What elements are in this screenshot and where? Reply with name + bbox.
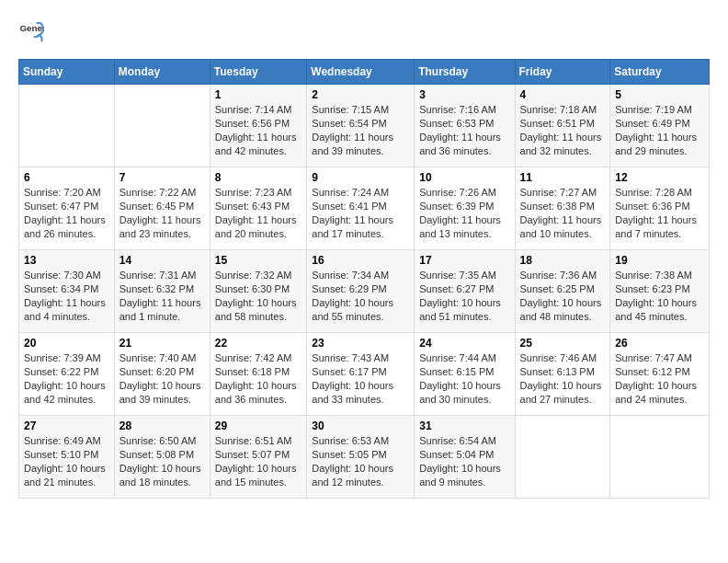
- calendar-table: SundayMondayTuesdayWednesdayThursdayFrid…: [18, 59, 710, 499]
- calendar-cell: 13Sunrise: 7:30 AMSunset: 6:34 PMDayligh…: [19, 250, 115, 333]
- logo: General: [18, 18, 48, 44]
- day-info: Sunrise: 7:44 AMSunset: 6:15 PMDaylight:…: [419, 351, 509, 406]
- day-number: 5: [615, 88, 704, 101]
- day-number: 25: [520, 337, 606, 350]
- day-number: 30: [312, 419, 409, 432]
- calendar-cell: 29Sunrise: 6:51 AMSunset: 5:07 PMDayligh…: [210, 416, 307, 499]
- calendar-cell: 16Sunrise: 7:34 AMSunset: 6:29 PMDayligh…: [307, 250, 415, 333]
- day-number: 7: [119, 171, 205, 184]
- day-number: 28: [119, 419, 205, 432]
- weekday-header-thursday: Thursday: [415, 60, 515, 85]
- day-info: Sunrise: 7:40 AMSunset: 6:20 PMDaylight:…: [119, 351, 205, 406]
- calendar-cell: 20Sunrise: 7:39 AMSunset: 6:22 PMDayligh…: [19, 333, 115, 416]
- calendar-header: SundayMondayTuesdayWednesdayThursdayFrid…: [19, 60, 710, 85]
- weekday-header-monday: Monday: [114, 60, 210, 85]
- day-number: 9: [312, 171, 409, 184]
- day-info: Sunrise: 7:31 AMSunset: 6:32 PMDaylight:…: [119, 269, 205, 323]
- day-info: Sunrise: 7:24 AMSunset: 6:41 PMDaylight:…: [312, 186, 409, 240]
- day-number: 19: [615, 254, 704, 267]
- calendar-cell: [114, 85, 210, 167]
- day-info: Sunrise: 7:22 AMSunset: 6:45 PMDaylight:…: [119, 186, 205, 240]
- calendar-cell: 15Sunrise: 7:32 AMSunset: 6:30 PMDayligh…: [210, 250, 307, 333]
- day-number: 22: [215, 337, 302, 350]
- calendar-cell: 8Sunrise: 7:23 AMSunset: 6:43 PMDaylight…: [210, 167, 307, 250]
- day-info: Sunrise: 7:16 AMSunset: 6:53 PMDaylight:…: [419, 103, 509, 157]
- calendar-cell: 7Sunrise: 7:22 AMSunset: 6:45 PMDaylight…: [114, 167, 210, 250]
- calendar-cell: 17Sunrise: 7:35 AMSunset: 6:27 PMDayligh…: [415, 250, 515, 333]
- day-number: 31: [419, 419, 509, 432]
- calendar-cell: [610, 416, 710, 499]
- day-info: Sunrise: 6:49 AMSunset: 5:10 PMDaylight:…: [24, 434, 109, 488]
- day-number: 14: [119, 254, 205, 267]
- day-info: Sunrise: 7:34 AMSunset: 6:29 PMDaylight:…: [312, 269, 409, 323]
- calendar-cell: 11Sunrise: 7:27 AMSunset: 6:38 PMDayligh…: [515, 167, 610, 250]
- day-number: 6: [24, 171, 109, 184]
- day-info: Sunrise: 7:38 AMSunset: 6:23 PMDaylight:…: [615, 269, 704, 323]
- calendar-cell: 10Sunrise: 7:26 AMSunset: 6:39 PMDayligh…: [415, 167, 515, 250]
- page-header: General: [18, 18, 710, 44]
- day-info: Sunrise: 7:36 AMSunset: 6:25 PMDaylight:…: [520, 269, 606, 323]
- day-info: Sunrise: 7:14 AMSunset: 6:56 PMDaylight:…: [215, 103, 302, 157]
- day-info: Sunrise: 7:35 AMSunset: 6:27 PMDaylight:…: [419, 269, 509, 323]
- day-info: Sunrise: 7:20 AMSunset: 6:47 PMDaylight:…: [24, 186, 109, 240]
- day-info: Sunrise: 7:43 AMSunset: 6:17 PMDaylight:…: [312, 351, 409, 406]
- calendar-cell: 23Sunrise: 7:43 AMSunset: 6:17 PMDayligh…: [307, 333, 415, 416]
- day-number: 2: [312, 88, 409, 101]
- calendar-cell: [515, 416, 610, 499]
- day-number: 29: [215, 419, 302, 432]
- day-info: Sunrise: 7:28 AMSunset: 6:36 PMDaylight:…: [615, 186, 704, 240]
- calendar-cell: 18Sunrise: 7:36 AMSunset: 6:25 PMDayligh…: [515, 250, 610, 333]
- week-row-4: 20Sunrise: 7:39 AMSunset: 6:22 PMDayligh…: [19, 333, 710, 416]
- calendar-cell: 12Sunrise: 7:28 AMSunset: 6:36 PMDayligh…: [610, 167, 710, 250]
- weekday-header-saturday: Saturday: [610, 60, 710, 85]
- calendar-cell: 22Sunrise: 7:42 AMSunset: 6:18 PMDayligh…: [210, 333, 307, 416]
- day-number: 21: [119, 337, 205, 350]
- day-number: 26: [615, 337, 704, 350]
- week-row-5: 27Sunrise: 6:49 AMSunset: 5:10 PMDayligh…: [19, 416, 710, 499]
- calendar-cell: 24Sunrise: 7:44 AMSunset: 6:15 PMDayligh…: [415, 333, 515, 416]
- weekday-header-tuesday: Tuesday: [210, 60, 307, 85]
- calendar-cell: 9Sunrise: 7:24 AMSunset: 6:41 PMDaylight…: [307, 167, 415, 250]
- day-number: 20: [24, 337, 109, 350]
- day-number: 10: [419, 171, 509, 184]
- day-number: 24: [419, 337, 509, 350]
- day-number: 23: [312, 337, 409, 350]
- day-number: 12: [615, 171, 704, 184]
- calendar-cell: 27Sunrise: 6:49 AMSunset: 5:10 PMDayligh…: [19, 416, 115, 499]
- week-row-3: 13Sunrise: 7:30 AMSunset: 6:34 PMDayligh…: [19, 250, 710, 333]
- day-info: Sunrise: 6:51 AMSunset: 5:07 PMDaylight:…: [215, 434, 302, 488]
- day-info: Sunrise: 7:46 AMSunset: 6:13 PMDaylight:…: [520, 351, 606, 406]
- week-row-1: 1Sunrise: 7:14 AMSunset: 6:56 PMDaylight…: [19, 85, 710, 167]
- day-number: 4: [520, 88, 606, 101]
- calendar-cell: 25Sunrise: 7:46 AMSunset: 6:13 PMDayligh…: [515, 333, 610, 416]
- day-info: Sunrise: 7:32 AMSunset: 6:30 PMDaylight:…: [215, 269, 302, 323]
- day-info: Sunrise: 7:15 AMSunset: 6:54 PMDaylight:…: [312, 103, 409, 157]
- day-info: Sunrise: 7:27 AMSunset: 6:38 PMDaylight:…: [520, 186, 606, 240]
- day-info: Sunrise: 6:50 AMSunset: 5:08 PMDaylight:…: [119, 434, 205, 488]
- day-info: Sunrise: 6:54 AMSunset: 5:04 PMDaylight:…: [419, 434, 509, 488]
- calendar-cell: 6Sunrise: 7:20 AMSunset: 6:47 PMDaylight…: [19, 167, 115, 250]
- calendar-cell: 14Sunrise: 7:31 AMSunset: 6:32 PMDayligh…: [114, 250, 210, 333]
- calendar-body: 1Sunrise: 7:14 AMSunset: 6:56 PMDaylight…: [19, 85, 710, 499]
- day-number: 27: [24, 419, 109, 432]
- day-info: Sunrise: 7:26 AMSunset: 6:39 PMDaylight:…: [419, 186, 509, 240]
- calendar-cell: 3Sunrise: 7:16 AMSunset: 6:53 PMDaylight…: [415, 85, 515, 167]
- weekday-header-sunday: Sunday: [19, 60, 115, 85]
- day-number: 15: [215, 254, 302, 267]
- calendar-cell: 1Sunrise: 7:14 AMSunset: 6:56 PMDaylight…: [210, 85, 307, 167]
- calendar-cell: 19Sunrise: 7:38 AMSunset: 6:23 PMDayligh…: [610, 250, 710, 333]
- calendar-cell: 2Sunrise: 7:15 AMSunset: 6:54 PMDaylight…: [307, 85, 415, 167]
- calendar-cell: 28Sunrise: 6:50 AMSunset: 5:08 PMDayligh…: [114, 416, 210, 499]
- day-number: 3: [419, 88, 509, 101]
- calendar-cell: [19, 85, 115, 167]
- logo-icon: General: [18, 18, 44, 44]
- day-number: 1: [215, 88, 302, 101]
- calendar-cell: 5Sunrise: 7:19 AMSunset: 6:49 PMDaylight…: [610, 85, 710, 167]
- day-info: Sunrise: 7:18 AMSunset: 6:51 PMDaylight:…: [520, 103, 606, 157]
- day-info: Sunrise: 7:30 AMSunset: 6:34 PMDaylight:…: [24, 269, 109, 323]
- day-info: Sunrise: 7:47 AMSunset: 6:12 PMDaylight:…: [615, 351, 704, 406]
- day-info: Sunrise: 6:53 AMSunset: 5:05 PMDaylight:…: [312, 434, 409, 488]
- weekday-header-row: SundayMondayTuesdayWednesdayThursdayFrid…: [19, 60, 710, 85]
- day-number: 18: [520, 254, 606, 267]
- calendar-cell: 26Sunrise: 7:47 AMSunset: 6:12 PMDayligh…: [610, 333, 710, 416]
